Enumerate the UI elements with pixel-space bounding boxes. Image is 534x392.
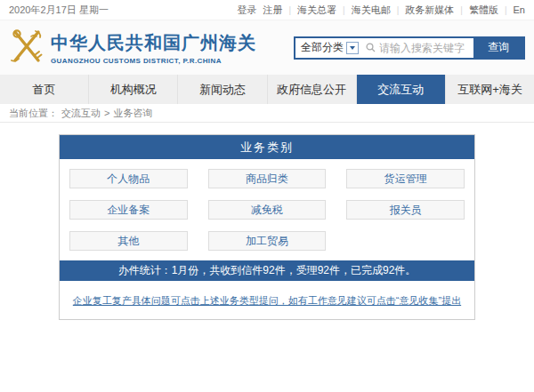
search-submit-button[interactable]: 查询 [473, 38, 523, 58]
category-enterprise-filing[interactable]: 企业备案 [69, 200, 188, 220]
divider: | [288, 5, 291, 15]
chevron-down-icon [346, 42, 359, 54]
category-processing-trade[interactable]: 加工贸易 [208, 231, 327, 251]
category-grid: 个人物品 商品归类 货运管理 企业备案 减免税 报关员 其他 加工贸易 [60, 159, 474, 260]
category-commodity-classification[interactable]: 商品归类 [208, 169, 327, 188]
current-date: 2020年2月17日 星期一 [9, 4, 109, 17]
nav-item-internet-customs[interactable]: 互联网+海关 [445, 75, 534, 104]
category-cargo-management[interactable]: 货运管理 [346, 169, 465, 188]
category-other[interactable]: 其他 [69, 231, 188, 251]
site-title-chinese: 中华人民共和国广州海关 [51, 31, 256, 55]
nav-item-home[interactable]: 首页 [0, 75, 88, 104]
nav-item-gov-info[interactable]: 政府信息公开 [267, 75, 356, 104]
breadcrumb: 当前位置： 交流互动 > 业务咨询 [0, 104, 534, 123]
breadcrumb-separator: > [104, 108, 109, 118]
search-category-value: 全部分类 [301, 40, 344, 55]
category-personal-items[interactable]: 个人物品 [69, 169, 188, 188]
category-tax-reduction[interactable]: 减免税 [208, 200, 327, 220]
divider: | [343, 5, 345, 15]
case-statistics-banner: 办件统计：1月份，共收到信件92件，受理92件，已完成92件。 [60, 260, 474, 281]
link-customs-mail[interactable]: 海关电邮 [352, 4, 391, 17]
nav-item-news[interactable]: 新闻动态 [177, 75, 266, 104]
site-title-english: GUANGZHOU CUSTOMS DISTRICT, P.R.CHINA [51, 57, 256, 65]
nav-item-overview[interactable]: 机构概况 [88, 75, 177, 104]
breadcrumb-page[interactable]: 业务咨询 [113, 107, 152, 120]
search-input-wrap [362, 38, 473, 58]
topbar-links: 登录 注册 | 海关总署 | 海关电邮 | 政务新媒体 | 繁體版 | En [237, 4, 525, 17]
note-link[interactable]: 企业复工复产具体问题可点击上述业务类型提问，如有工作意见建议可点击“意见收集”提… [73, 295, 461, 306]
divider: | [505, 5, 507, 15]
link-english[interactable]: En [514, 4, 525, 15]
customs-emblem-icon [9, 28, 44, 68]
register-link[interactable]: 注册 [263, 4, 282, 17]
main-nav: 首页 机构概况 新闻动态 政府信息公开 交流互动 互联网+海关 [0, 75, 534, 104]
site-logo[interactable]: 中华人民共和国广州海关 GUANGZHOU CUSTOMS DISTRICT, … [9, 28, 256, 68]
divider: | [397, 5, 400, 15]
link-customs-general[interactable]: 海关总署 [297, 4, 336, 17]
login-link[interactable]: 登录 [237, 4, 256, 17]
category-customs-broker[interactable]: 报关员 [346, 200, 465, 220]
note-area: 企业复工复产具体问题可点击上述业务类型提问，如有工作意见建议可点击“意见收集”提… [60, 281, 474, 319]
divider: | [460, 5, 463, 15]
breadcrumb-section[interactable]: 交流互动 [61, 107, 101, 120]
link-gov-media[interactable]: 政务新媒体 [405, 4, 454, 17]
search-icon [366, 40, 376, 56]
top-utility-bar: 2020年2月17日 星期一 登录 注册 | 海关总署 | 海关电邮 | 政务新… [0, 0, 534, 20]
search-input[interactable] [379, 42, 470, 54]
logo-text: 中华人民共和国广州海关 GUANGZHOU CUSTOMS DISTRICT, … [51, 31, 256, 65]
link-traditional-chinese[interactable]: 繁體版 [469, 4, 498, 17]
panel-title: 业务类别 [60, 135, 474, 159]
breadcrumb-prefix: 当前位置： [9, 107, 58, 120]
search-category-select[interactable]: 全部分类 [295, 38, 362, 58]
business-category-panel: 业务类别 个人物品 商品归类 货运管理 企业备案 减免税 报关员 其他 加工贸易… [59, 134, 475, 320]
nav-item-interaction[interactable]: 交流互动 [356, 75, 445, 104]
search-bar: 全部分类 查询 [294, 36, 525, 60]
site-header: 中华人民共和国广州海关 GUANGZHOU CUSTOMS DISTRICT, … [0, 20, 534, 75]
